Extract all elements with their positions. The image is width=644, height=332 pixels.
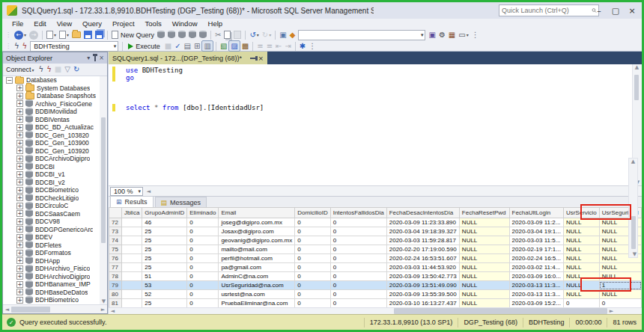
restore-button[interactable]: ▢ [607, 2, 624, 19]
sql-editor[interactable]: use BDHTestinggoselect * from [dbo].[Ide… [109, 64, 642, 185]
expand-icon[interactable]: + [16, 250, 23, 256]
tree-item-label[interactable]: BDBIVentas [35, 116, 70, 123]
oe-filter-icon[interactable]: ▽ [63, 64, 72, 76]
cell[interactable] [121, 227, 142, 236]
tree-item-bdhbiometrico[interactable]: +BDHBiometrico [3, 296, 100, 304]
cell[interactable]: 0 [187, 245, 219, 254]
tree-item-label[interactable]: Database Snapshots [37, 92, 96, 99]
tools-wrench-icon[interactable]: ⚙ [437, 29, 447, 40]
column-header-grupoadminid[interactable]: GrupoAdminID [142, 208, 187, 218]
cell[interactable]: NULL [459, 245, 509, 254]
tree-item-bdbimovilidad[interactable]: +BDBIMovilidad [3, 108, 100, 116]
mdx-query-icon[interactable] [166, 29, 177, 40]
expand-icon[interactable]: + [16, 156, 23, 162]
cell[interactable]: 25 [142, 245, 187, 254]
add-item-button[interactable]: ▾ [58, 29, 70, 40]
cell[interactable]: 0 [295, 263, 330, 272]
cell[interactable]: 0 [295, 272, 330, 281]
panel-menu-chevron-icon[interactable]: ▾ [87, 55, 90, 61]
cell[interactable] [121, 245, 142, 254]
cell[interactable]: 2020-03-09 11:23:33.890 [386, 218, 459, 227]
expand-icon[interactable]: + [16, 163, 23, 170]
include-actual-plan-button[interactable]: ▧ [219, 40, 228, 52]
cell[interactable]: NULL [459, 272, 509, 281]
toolbar2-overflow-button[interactable]: ⋮ [307, 40, 318, 52]
minimize-button[interactable]: – [591, 2, 607, 19]
expand-icon[interactable]: + [16, 124, 23, 131]
expand-icon[interactable]: + [16, 116, 23, 123]
cell[interactable]: NULL [459, 218, 509, 227]
expand-icon[interactable]: + [16, 132, 23, 138]
tree-item-label[interactable]: BDCBI_v1 [35, 170, 65, 178]
collapse-icon[interactable]: − [6, 77, 13, 84]
undo-button[interactable]: ↺▾ [248, 29, 260, 40]
cell[interactable]: NULL [459, 290, 509, 299]
grid-horizontal-scrollbar[interactable]: ◄ ► [109, 307, 642, 314]
tree-item-label[interactable]: BDC_Gen_103900 [35, 139, 89, 147]
expand-icon[interactable]: + [16, 187, 23, 194]
tree-item-bdharchivo-fisico[interactable]: +BDHArchivo_Fisico [3, 265, 100, 273]
scroll-up-arrow[interactable]: ▲ [633, 64, 641, 70]
tree-item-label[interactable]: BDC_BD_Actualizac [35, 123, 94, 131]
tree-item-label[interactable]: BDHBiometrico [35, 296, 79, 304]
tree-item-label[interactable]: BDCirculoC [35, 202, 68, 209]
row-header[interactable]: 77 [109, 263, 122, 272]
scroll-left-arrow[interactable]: ◄ [3, 307, 11, 313]
cell[interactable]: 0 [187, 263, 219, 272]
cell[interactable]: NULL [563, 263, 599, 272]
menu-help[interactable]: Help [203, 19, 228, 28]
cell[interactable]: 25 [142, 227, 187, 236]
corner-header[interactable] [109, 208, 122, 218]
menu-view[interactable]: View [52, 19, 77, 28]
cell[interactable]: 2020-03-09 13:55:39.500 [386, 290, 459, 299]
cell[interactable]: 2020-02-24 16:5... [509, 254, 563, 263]
cell[interactable]: 2020-02-24 16:53:51.607 [386, 254, 459, 263]
properties-window-button[interactable]: ▣ [427, 29, 437, 40]
dmx-query-icon[interactable] [177, 29, 187, 40]
row-header[interactable]: 75 [109, 245, 122, 254]
expand-icon[interactable]: + [16, 100, 23, 107]
connect-button[interactable]: Connect ▾ [6, 66, 34, 73]
tree-item-bdcbiometrico[interactable]: +BDCBiometrico [3, 186, 100, 194]
tree-item-bdhbasededatos[interactable]: +BDHBaseDeDatos [3, 289, 100, 297]
cell[interactable]: 2020-03-04 19:1... [509, 227, 563, 236]
results-to-file-button[interactable]: ▥ [201, 40, 213, 52]
tree-item-bdev[interactable]: +BDEV [3, 233, 100, 242]
expand-icon[interactable]: + [16, 234, 23, 241]
combo-arrow-icon[interactable]: ▾ [114, 43, 117, 49]
database-engine-query-icon[interactable] [156, 29, 166, 40]
tree-item-bdhapp[interactable]: +BDHApp [3, 257, 100, 265]
expand-icon[interactable]: + [16, 93, 23, 99]
oe-refresh-button[interactable]: ↻ [72, 64, 81, 76]
expand-icon[interactable]: + [16, 218, 23, 225]
cell[interactable]: 2020-03-03 11:44:53.920 [386, 263, 459, 272]
connect-icon[interactable]: ϟ [13, 40, 21, 52]
cell[interactable] [121, 299, 142, 308]
cell[interactable]: mailto@mail.com [219, 245, 295, 254]
cell[interactable]: 0 [295, 281, 330, 290]
expand-icon[interactable]: + [16, 147, 23, 154]
tree-item-label[interactable]: System Databases [37, 84, 90, 92]
menu-project[interactable]: Project [107, 19, 140, 28]
row-header[interactable]: 79 [109, 281, 122, 290]
cell[interactable]: 0 [187, 299, 219, 308]
tree-item-bdchecklitigio[interactable]: +BDCheckLitigio [3, 194, 100, 203]
column-header-eliminado[interactable]: Eliminado [187, 208, 219, 218]
cell[interactable] [121, 218, 142, 227]
tree-item-label[interactable]: BDC_Gen_103820 [35, 132, 89, 139]
pin-icon[interactable] [94, 55, 96, 61]
cell[interactable]: 2020-03-13 11:3... [509, 281, 563, 290]
oe-connect-icon[interactable]: ϟ [37, 64, 46, 76]
cell[interactable]: NULL [599, 263, 641, 272]
cell[interactable]: 0 [187, 290, 219, 299]
tree-item-label[interactable]: BDCBI_v2 [35, 179, 65, 186]
cell[interactable]: 2020-03-13 11:3... [509, 290, 563, 299]
scroll-down-arrow[interactable]: ▼ [100, 298, 108, 304]
cell[interactable]: 0 [330, 263, 386, 272]
editor-zoom-combo[interactable]: 100 % ▾ [110, 187, 143, 196]
object-explorer-vertical-scrollbar[interactable]: ▼ [100, 76, 107, 304]
object-explorer-horizontal-scrollbar[interactable]: ◄ ► [3, 304, 107, 313]
scroll-left-arrow[interactable]: ◄ [145, 188, 153, 194]
cell[interactable]: NULL [459, 227, 509, 236]
column-header-jblica[interactable]: Jblica [121, 208, 142, 218]
